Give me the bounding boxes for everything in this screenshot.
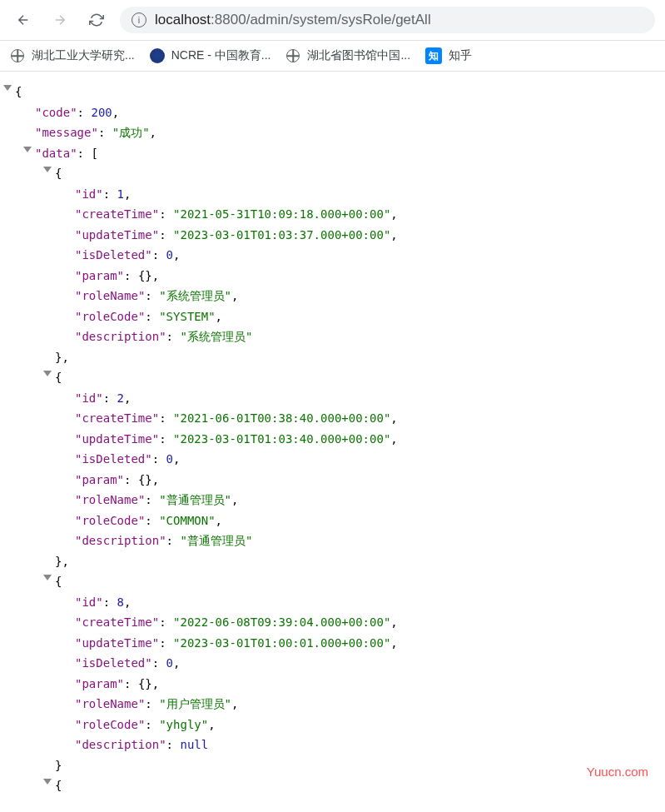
json-property: id: 8,: [15, 592, 650, 613]
json-array-item: {: [15, 367, 650, 388]
bookmark-label: 知乎: [449, 48, 472, 63]
json-close: },: [15, 551, 650, 572]
json-property: roleCode: "COMMON",: [15, 511, 650, 531]
collapse-icon[interactable]: [3, 85, 12, 91]
json-property: roleCode: "SYSTEM",: [15, 306, 650, 327]
json-property: isDeleted: 0,: [15, 653, 650, 674]
bookmarks-bar: 湖北工业大学研究... NCRE - 中国教育... 湖北省图书馆中国... 知…: [0, 41, 665, 72]
json-property: param: {},: [15, 470, 650, 491]
bookmark-item[interactable]: 湖北省图书馆中国...: [285, 48, 410, 63]
json-property: message: "成功",: [15, 122, 650, 143]
json-property: description: null: [15, 735, 650, 755]
site-info-icon[interactable]: i: [132, 12, 146, 27]
reload-button[interactable]: [83, 7, 110, 33]
json-property: description: "系统管理员": [15, 326, 650, 347]
arrow-left-icon: [16, 12, 31, 27]
url-text: localhost:8800/admin/system/sysRole/getA…: [155, 12, 431, 28]
globe-icon: [10, 48, 25, 63]
bookmark-item[interactable]: NCRE - 中国教育...: [150, 48, 271, 63]
json-array-item: {: [15, 775, 650, 796]
reload-icon: [89, 12, 104, 27]
json-property: code: 200,: [15, 102, 650, 123]
json-property: roleName: "普通管理员",: [15, 490, 650, 511]
json-property: description: "普通管理员": [15, 531, 650, 551]
json-property: param: {},: [15, 266, 650, 286]
arrow-right-icon: [52, 12, 67, 27]
bookmark-label: NCRE - 中国教育...: [171, 48, 271, 63]
address-bar[interactable]: i localhost:8800/admin/system/sysRole/ge…: [120, 7, 655, 33]
forward-button[interactable]: [47, 7, 73, 33]
collapse-icon[interactable]: [43, 167, 52, 172]
json-open: {: [15, 82, 650, 102]
json-viewer: {code: 200,message: "成功",data: [{id: 1,c…: [0, 72, 665, 806]
json-property: createTime: "2021-06-01T00:38:40.000+00:…: [15, 408, 650, 429]
json-property: param: {},: [15, 674, 650, 695]
bookmark-label: 湖北工业大学研究...: [32, 48, 135, 63]
json-array-item: {: [15, 163, 650, 184]
collapse-icon[interactable]: [23, 147, 32, 152]
json-property: isDeleted: 0,: [15, 449, 650, 470]
json-property: roleName: "系统管理员",: [15, 286, 650, 306]
globe-icon: [285, 48, 300, 63]
json-property: data: [: [15, 143, 650, 164]
json-property: roleName: "用户管理员",: [15, 694, 650, 715]
watermark: Yuucn.com: [587, 765, 648, 779]
json-property: id: 1,: [15, 184, 650, 205]
browser-nav-bar: i localhost:8800/admin/system/sysRole/ge…: [0, 0, 665, 41]
json-property: isDeleted: 0,: [15, 245, 650, 266]
collapse-icon[interactable]: [43, 779, 52, 785]
bookmark-item[interactable]: 知 知乎: [425, 47, 472, 64]
json-property: id: 2,: [15, 388, 650, 409]
json-property: updateTime: "2023-03-01T01:03:40.000+00:…: [15, 429, 650, 450]
json-property: updateTime: "2023-03-01T01:00:01.000+00:…: [15, 633, 650, 654]
collapse-icon[interactable]: [43, 575, 52, 580]
zhihu-icon: 知: [425, 47, 442, 64]
json-property: updateTime: "2023-03-01T01:03:37.000+00:…: [15, 225, 650, 246]
json-close: },: [15, 347, 650, 368]
json-property: createTime: "2021-05-31T10:09:18.000+00:…: [15, 204, 650, 225]
json-property: roleCode: "yhgly",: [15, 715, 650, 735]
json-property: createTime: "2022-06-08T09:39:04.000+00:…: [15, 612, 650, 633]
ncre-icon: [150, 48, 165, 63]
back-button[interactable]: [10, 7, 37, 33]
collapse-icon[interactable]: [43, 371, 52, 376]
json-array-item: {: [15, 571, 650, 592]
bookmark-label: 湖北省图书馆中国...: [307, 48, 410, 63]
bookmark-item[interactable]: 湖北工业大学研究...: [10, 48, 135, 63]
json-close: }: [15, 755, 650, 776]
